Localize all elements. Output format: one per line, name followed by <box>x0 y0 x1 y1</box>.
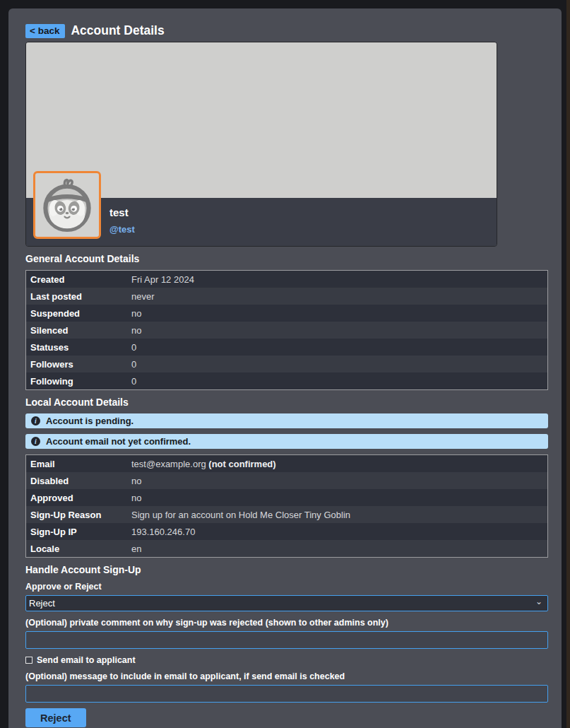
profile-card: test @test <box>25 42 497 247</box>
notice-text: Account is pending. <box>46 416 133 426</box>
row-label: Locale <box>26 544 131 554</box>
row-value: Fri Apr 12 2024 <box>131 274 547 285</box>
row-label: Following <box>26 376 131 387</box>
table-row: Followers0 <box>26 356 547 372</box>
table-row: CreatedFri Apr 12 2024 <box>26 271 547 288</box>
approve-reject-label: Approve or Reject <box>25 582 547 592</box>
row-value: no <box>131 493 547 503</box>
approve-reject-select[interactable]: Reject <box>25 595 548 611</box>
account-notices: iAccount is pending.iAccount email not y… <box>25 413 547 449</box>
row-value: 0 <box>131 359 547 370</box>
account-details-panel: < back Account Details test @test <box>8 8 562 728</box>
sloth-avatar-icon <box>37 175 97 235</box>
reject-submit-button[interactable]: Reject <box>25 708 86 727</box>
row-label: Created <box>26 274 131 285</box>
table-row: Localeen <box>26 540 547 557</box>
handle-signup-heading: Handle Account Sign-Up <box>25 564 547 575</box>
page-title: Account Details <box>71 23 164 38</box>
table-row: Disabledno <box>26 472 547 489</box>
email-message-input[interactable] <box>25 685 548 703</box>
table-row: Sign-Up IP193.160.246.70 <box>26 523 547 540</box>
username: @test <box>109 224 497 235</box>
private-comment-input[interactable] <box>25 631 548 649</box>
send-email-label: Send email to applicant <box>37 655 136 665</box>
row-label: Approved <box>26 493 131 503</box>
page-header: < back Account Details <box>25 23 547 38</box>
table-row: Suspendedno <box>26 305 547 322</box>
table-row: Silencedno <box>26 322 547 339</box>
row-value: no <box>131 308 547 319</box>
row-label: Sign-Up IP <box>26 527 131 537</box>
display-name: test <box>109 206 497 218</box>
table-row: Emailtest@example.org (not confirmed) <box>26 455 547 472</box>
send-email-checkbox[interactable] <box>25 657 32 664</box>
general-details-table: CreatedFri Apr 12 2024Last postedneverSu… <box>25 270 548 390</box>
row-value: no <box>131 476 547 486</box>
row-label: Followers <box>26 359 131 370</box>
table-row: Sign-Up ReasonSign up for an account on … <box>26 506 547 523</box>
row-value: test@example.org (not confirmed) <box>131 459 547 469</box>
row-value: no <box>131 325 547 336</box>
table-row: Approvedno <box>26 489 547 506</box>
local-details-table: Emailtest@example.org (not confirmed)Dis… <box>25 454 548 558</box>
info-circle-icon: i <box>31 437 40 446</box>
table-row: Statuses0 <box>26 339 547 356</box>
row-label: Disabled <box>26 476 131 486</box>
row-value: 193.160.246.70 <box>131 527 547 537</box>
private-comment-label: (Optional) private comment on why sign-u… <box>25 618 547 628</box>
local-details-heading: Local Account Details <box>25 397 547 408</box>
notice-text: Account email not yet confirmed. <box>46 436 191 447</box>
avatar <box>33 171 101 239</box>
row-label: Sign-Up Reason <box>26 510 131 520</box>
row-value: never <box>131 291 547 302</box>
email-message-label: (Optional) message to include in email t… <box>25 671 547 681</box>
row-label: Statuses <box>26 342 131 353</box>
row-value: 0 <box>131 376 547 387</box>
approve-reject-select-wrap: Reject ⌄ <box>25 595 548 611</box>
table-row: Last postednever <box>26 288 547 305</box>
row-label: Silenced <box>26 325 131 336</box>
notice-banner: iAccount is pending. <box>25 413 548 428</box>
notice-banner: iAccount email not yet confirmed. <box>25 434 548 449</box>
row-value: en <box>131 544 547 554</box>
general-details-heading: General Account Details <box>25 253 547 264</box>
row-label: Email <box>26 459 131 469</box>
send-email-row: Send email to applicant <box>25 655 547 665</box>
row-label: Suspended <box>26 308 131 319</box>
info-circle-icon: i <box>31 416 40 425</box>
table-row: Following0 <box>26 372 547 389</box>
row-value: 0 <box>131 342 547 353</box>
row-value: Sign up for an account on Hold Me Closer… <box>131 510 547 520</box>
back-button[interactable]: < back <box>25 24 65 38</box>
row-label: Last posted <box>26 291 131 302</box>
